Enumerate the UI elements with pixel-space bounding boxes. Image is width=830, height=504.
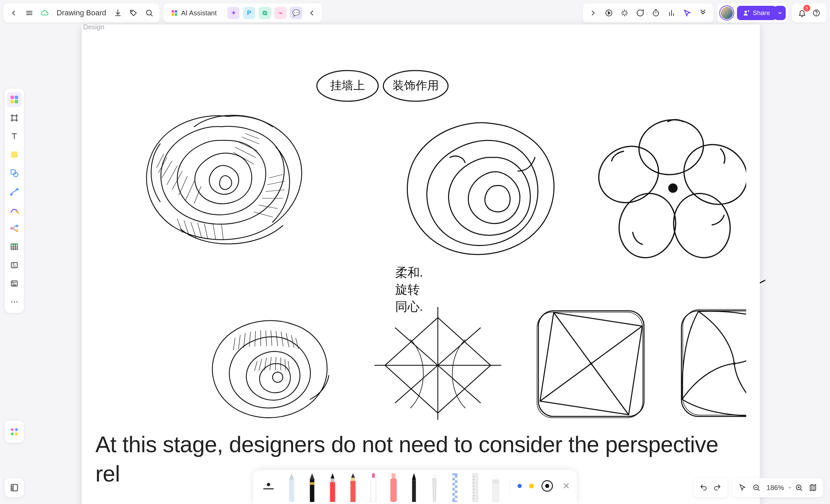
ai-assistant-button[interactable]: AI Assistant xyxy=(167,6,222,20)
svg-rect-117 xyxy=(455,493,457,495)
share-dropdown[interactable] xyxy=(774,6,786,20)
tool-shape[interactable] xyxy=(7,166,22,181)
svg-line-137 xyxy=(801,489,802,491)
svg-rect-102 xyxy=(390,478,397,502)
svg-rect-38 xyxy=(11,244,18,245)
document-title[interactable]: Drawing Board xyxy=(54,9,109,17)
sketch-image: 挂墙上 装饰作用 xyxy=(95,38,746,420)
tool-mindmap[interactable] xyxy=(7,221,22,236)
page-list-button[interactable] xyxy=(5,478,24,497)
notification-badge: 5 xyxy=(803,5,810,12)
sparkle-tool[interactable] xyxy=(618,6,631,20)
svg-marker-88 xyxy=(289,473,294,480)
svg-point-68 xyxy=(673,133,746,216)
svg-rect-23 xyxy=(15,100,18,103)
chart-tool[interactable] xyxy=(665,6,678,20)
download-button[interactable] xyxy=(111,6,125,20)
redo-button[interactable] xyxy=(710,481,724,494)
svg-rect-43 xyxy=(11,262,17,268)
svg-point-70 xyxy=(612,187,683,264)
svg-marker-96 xyxy=(351,473,355,478)
mode-chip-chat[interactable]: 💬 xyxy=(290,7,302,19)
help-button[interactable] xyxy=(810,6,823,20)
play-button[interactable] xyxy=(602,6,616,20)
notif-group: 5 xyxy=(792,3,827,22)
more-view-button[interactable] xyxy=(696,6,710,20)
pen-fountain[interactable] xyxy=(303,471,321,502)
zoom-level[interactable]: 186% xyxy=(763,484,787,492)
minimap-button[interactable] xyxy=(806,481,820,494)
cursor-tool[interactable] xyxy=(680,6,694,20)
pen-airbrush[interactable] xyxy=(425,471,444,502)
pen-eraser[interactable] xyxy=(487,471,505,502)
apps-button[interactable] xyxy=(7,424,22,439)
tool-heading[interactable] xyxy=(7,258,22,273)
pen-pencil[interactable] xyxy=(344,471,362,502)
svg-marker-7 xyxy=(608,12,610,14)
color-yellow[interactable] xyxy=(529,484,534,488)
svg-rect-115 xyxy=(455,488,457,490)
notifications-button[interactable]: 5 xyxy=(795,6,809,20)
pen-stylus[interactable] xyxy=(282,471,301,502)
pen-calligraphy[interactable] xyxy=(405,471,423,502)
pen-tray-close[interactable]: ✕ xyxy=(563,481,570,491)
ai-assistant-label: AI Assistant xyxy=(181,9,219,17)
svg-rect-30 xyxy=(11,170,15,174)
svg-rect-92 xyxy=(310,482,314,485)
tool-pen[interactable] xyxy=(7,202,22,217)
svg-rect-22 xyxy=(11,100,14,103)
tool-sticky[interactable] xyxy=(7,147,22,162)
ai-collapse-button[interactable] xyxy=(305,6,319,20)
canvas[interactable]: Design 挂墙上 装饰作用 xyxy=(82,25,755,504)
mode-chip-pink[interactable]: ⌁ xyxy=(274,7,287,19)
svg-line-133 xyxy=(758,489,759,491)
menu-button[interactable] xyxy=(22,6,36,20)
svg-point-76 xyxy=(273,372,283,382)
mode-chip-flow[interactable]: ⧉ xyxy=(259,7,271,19)
expand-button[interactable] xyxy=(586,6,600,20)
svg-point-107 xyxy=(434,477,435,477)
share-button[interactable]: Share xyxy=(737,6,776,20)
svg-point-32 xyxy=(11,194,12,195)
share-group: Share xyxy=(717,3,788,22)
ai-group: AI Assistant ✦ P ⧉ ⌁ 💬 xyxy=(164,3,322,22)
tool-frame[interactable] xyxy=(7,110,22,125)
svg-point-56 xyxy=(15,428,18,431)
mode-chip-p[interactable]: P xyxy=(243,7,255,19)
svg-point-19 xyxy=(816,15,817,15)
search-button[interactable] xyxy=(142,6,156,20)
tool-table[interactable] xyxy=(7,239,22,254)
color-black-selected[interactable] xyxy=(541,480,553,492)
svg-marker-108 xyxy=(433,478,436,502)
tool-more[interactable] xyxy=(7,294,22,309)
mode-chip-sparkle[interactable]: ✦ xyxy=(227,7,240,19)
user-avatar[interactable] xyxy=(719,5,734,20)
svg-text:挂墙上: 挂墙上 xyxy=(330,79,365,92)
color-blue[interactable] xyxy=(518,484,522,488)
pen-brush[interactable] xyxy=(323,471,342,502)
cloud-sync-icon[interactable] xyxy=(38,6,52,20)
comment-tool[interactable] xyxy=(633,6,647,20)
tool-templates[interactable] xyxy=(7,92,22,107)
zoom-in[interactable] xyxy=(792,481,806,494)
tag-button[interactable] xyxy=(127,6,140,20)
stroke-width-selector[interactable] xyxy=(260,483,277,489)
tool-connector[interactable] xyxy=(7,184,22,199)
pen-ruler[interactable] xyxy=(466,471,485,502)
pen-pattern[interactable] xyxy=(446,471,464,502)
undo-button[interactable] xyxy=(697,481,710,494)
timer-tool[interactable] xyxy=(649,6,663,20)
tool-text[interactable] xyxy=(7,129,22,144)
svg-rect-114 xyxy=(452,485,455,488)
back-button[interactable] xyxy=(7,6,20,20)
page[interactable]: Design 挂墙上 装饰作用 xyxy=(82,25,760,504)
zoom-out[interactable] xyxy=(750,481,763,494)
pointer-mode[interactable] xyxy=(736,481,749,494)
zoom-dropdown-icon[interactable] xyxy=(787,485,792,490)
pen-highlighter[interactable] xyxy=(364,471,383,502)
svg-point-84 xyxy=(590,363,592,364)
pen-marker[interactable] xyxy=(385,471,403,502)
svg-point-54 xyxy=(16,301,17,303)
svg-point-4 xyxy=(147,10,151,15)
tool-list[interactable] xyxy=(7,276,22,291)
